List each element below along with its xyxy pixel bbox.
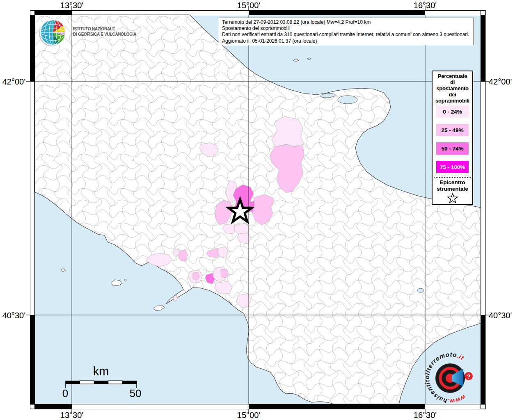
parallel-label-left-2: 40°30' bbox=[0, 311, 25, 320]
ingv-name-line1: ISTITUTO NAZIONALE bbox=[73, 26, 136, 32]
earthquake-title: Terremoto del 27-09-2012 03:08:22 (ora l… bbox=[222, 19, 471, 25]
site-logo: www.haisentitoilterremoto.it ? bbox=[425, 352, 480, 405]
legend-title-line: spostamento bbox=[433, 85, 472, 91]
meridian-label-top-1: 13°30' bbox=[60, 1, 83, 10]
parallel-label-right-1: 42°00' bbox=[489, 77, 512, 87]
legend-title-line: di bbox=[433, 79, 472, 85]
data-disclaimer: Dati non verificati estratti da 310 ques… bbox=[222, 32, 471, 38]
legend-star-icon bbox=[447, 193, 458, 203]
site-url-suffix: .it bbox=[456, 352, 465, 361]
last-update: Aggiornato il: 05-01-2026 01:37 (ora loc… bbox=[222, 38, 471, 44]
legend-title: Percentuale di spostamento dei soprammob… bbox=[433, 71, 472, 104]
legend-swatch-0-24: 0 - 24% bbox=[436, 105, 469, 118]
epicenter-label-line2: strumentale bbox=[433, 186, 472, 192]
question-mark-icon: ? bbox=[465, 372, 473, 380]
island-procida bbox=[124, 279, 126, 281]
legend-title-line: soprammobili bbox=[433, 98, 472, 104]
legend-title-line: dei bbox=[433, 91, 472, 98]
meridian-label-bottom-2: 15°00' bbox=[237, 411, 260, 420]
legend-swatch-50-74: 50 - 74% bbox=[436, 142, 469, 155]
map-subject: Spostamento dei soprammobili bbox=[222, 25, 471, 32]
ingv-name-line2: DI GEOFISICA E VULCANOLOGIA bbox=[73, 32, 136, 37]
meridian-label-bottom-3: 16°30' bbox=[414, 411, 437, 420]
ingv-logo bbox=[38, 18, 69, 48]
scale-unit-label: km bbox=[93, 365, 109, 378]
meridian-label-top-3: 16°30' bbox=[414, 1, 437, 10]
scale-end-label: 50 bbox=[130, 387, 142, 400]
parallel-label-left-1: 42°00' bbox=[0, 77, 25, 87]
legend-box: Percentuale di spostamento dei soprammob… bbox=[432, 71, 473, 205]
small-lake bbox=[417, 288, 424, 292]
scale-start-label: 0 bbox=[62, 387, 68, 400]
svg-text:?: ? bbox=[467, 373, 470, 380]
municipality-polygon bbox=[173, 295, 177, 301]
bullseye-icon bbox=[435, 363, 465, 393]
meridian-label-bottom-1: 13°30' bbox=[60, 411, 83, 420]
earthquake-info-box: Terremoto del 27-09-2012 03:08:22 (ora l… bbox=[219, 18, 474, 45]
legend-divider bbox=[434, 177, 471, 178]
site-url-prefix: www. bbox=[447, 393, 467, 405]
legend-title-line: Percentuale bbox=[433, 73, 472, 79]
legend-swatch-75-100: 75 - 100% bbox=[436, 161, 469, 173]
lake-varano bbox=[338, 96, 357, 104]
ingv-name: ISTITUTO NAZIONALE DI GEOFISICA E VULCAN… bbox=[73, 26, 136, 37]
map-page: 13°30' 15°00' 16°30' 13°30' 15°00' 16°30… bbox=[0, 0, 515, 420]
epicenter-label-line1: Epicentro bbox=[433, 179, 472, 186]
legend-swatch-25-49: 25 - 49% bbox=[436, 124, 469, 136]
ingv-globe-icon bbox=[40, 20, 66, 45]
meridian-label-top-2: 15°00' bbox=[237, 1, 260, 10]
parallel-label-right-2: 40°30' bbox=[489, 311, 512, 320]
